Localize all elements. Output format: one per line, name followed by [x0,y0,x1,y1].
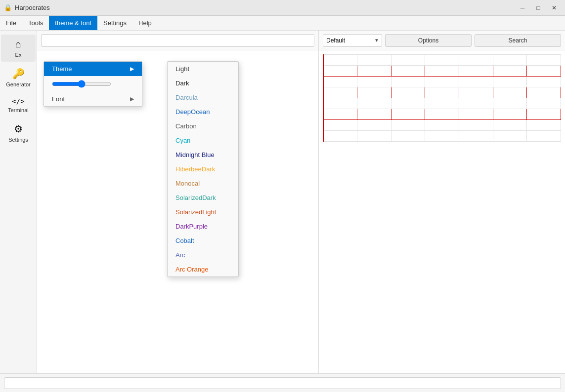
maximize-button[interactable]: □ [531,2,545,13]
theme-item-hiberbeedark[interactable]: HiberbeeDark [168,162,238,176]
table-cell [357,77,391,87]
table-cell [493,87,527,98]
search-wrap [41,34,314,47]
default-select[interactable]: Default [323,34,382,47]
left-toolbar [37,31,318,50]
gear-icon: ⚙ [14,123,23,135]
table-cell [527,55,561,66]
table-row [323,66,561,77]
table-row [323,120,561,131]
theme-item-arcorange[interactable]: Arc Orange [168,262,238,276]
bottom-input[interactable] [4,377,561,389]
theme-label: Theme [52,65,72,73]
table-cell [459,98,493,109]
table-cell [527,98,561,109]
table-cell [493,55,527,66]
table-cell [323,77,357,87]
right-panel: Default ▼ Options Search [319,31,565,392]
theme-submenu: LightDarkDarculaDeepOceanCarbonCyanMidni… [167,61,239,277]
sidebar-item-home[interactable]: ⌂ Ex [1,35,36,62]
theme-item-cyan[interactable]: Cyan [168,133,238,148]
theme-item-solarizeddark[interactable]: SolarizedDark [168,191,238,205]
sidebar-label-home: Ex [15,52,22,58]
table-cell [527,120,561,131]
table-cell [493,66,527,77]
theme-item-cobalt[interactable]: Cobalt [168,234,238,248]
table-cell [493,120,527,131]
sidebar-item-generator[interactable]: 🔑 Generator [1,64,36,91]
sidebar-label-terminal: Terminal [8,107,29,113]
table-cell [391,109,425,120]
sidebar-label-settings: Settings [8,137,28,143]
menu-help[interactable]: Help [132,16,158,30]
theme-item-dark[interactable]: Dark [168,76,238,90]
table-cell [459,109,493,120]
theme-item-darcula[interactable]: Darcula [168,90,238,105]
table-cell [459,55,493,66]
bottom-bar [0,373,565,392]
menu-theme-font[interactable]: theme & font [49,16,97,30]
theme-item-carbon[interactable]: Carbon [168,119,238,133]
sidebar-item-settings[interactable]: ⚙ Settings [1,119,36,147]
table-cell [357,66,391,77]
theme-font-menu: Theme ▶ Font ▶ [43,61,142,107]
table-cell [425,66,459,77]
font-submenu-arrow-icon: ▶ [130,96,134,102]
close-button[interactable]: ✕ [547,2,561,13]
grid-area [319,50,565,392]
table-cell [323,87,357,98]
table-row [323,77,561,87]
table-cell [459,66,493,77]
theme-item-light[interactable]: Light [168,62,238,76]
app-title: Harpocrates [15,4,50,11]
table-cell [527,77,561,87]
sidebar-item-terminal[interactable]: </> Terminal [1,93,36,117]
table-cell [357,109,391,120]
options-button[interactable]: Options [385,34,472,47]
table-cell [357,55,391,66]
theme-item-darkpurple[interactable]: DarkPurple [168,219,238,234]
menu-tools[interactable]: Tools [22,16,49,30]
table-cell [527,131,561,142]
table-cell [493,98,527,109]
table-cell [493,131,527,142]
table-cell [425,131,459,142]
menu-file[interactable]: File [0,16,22,30]
table-cell [493,77,527,87]
minimize-button[interactable]: ─ [516,2,529,13]
table-cell [323,66,357,77]
search-input[interactable] [41,34,314,47]
table-cell [425,109,459,120]
sidebar: ⌂ Ex 🔑 Generator </> Terminal ⚙ Settings [0,31,37,392]
theme-menu-item[interactable]: Theme ▶ [44,62,142,76]
table-cell [459,87,493,98]
table-cell [357,87,391,98]
search-button[interactable]: Search [475,34,561,47]
title-bar-controls: ─ □ ✕ [516,2,561,13]
menu-settings[interactable]: Settings [97,16,132,30]
theme-item-midnightblue[interactable]: Midnight Blue [168,148,238,162]
table-cell [323,55,357,66]
table-cell [425,55,459,66]
theme-item-arc[interactable]: Arc [168,248,238,262]
table-cell [425,120,459,131]
theme-item-monocai[interactable]: Monocai [168,176,238,191]
table-row [323,98,561,109]
home-icon: ⌂ [15,39,21,50]
table-cell [391,131,425,142]
theme-item-solarizedlight[interactable]: SolarizedLight [168,205,238,219]
table-cell [357,120,391,131]
table-cell [391,120,425,131]
font-label: Font [52,95,65,103]
table-cell [459,77,493,87]
font-slider-row [44,76,142,92]
table-cell [527,66,561,77]
theme-item-deepocean[interactable]: DeepOcean [168,105,238,119]
data-grid [323,54,561,142]
table-cell [391,87,425,98]
table-cell [323,98,357,109]
menu-bar: File Tools theme & font Settings Help [0,16,565,31]
font-menu-item[interactable]: Font ▶ [44,92,142,106]
table-cell [527,109,561,120]
font-size-slider[interactable] [52,80,111,88]
